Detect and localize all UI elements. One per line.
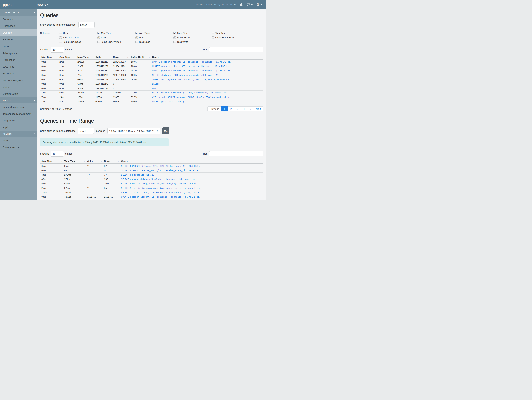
date-range-input[interactable] [107,128,160,134]
sort-icon[interactable] [61,160,62,163]
sort-icon[interactable] [261,160,262,163]
sort-icon[interactable] [148,56,150,58]
sort-icon[interactable] [92,56,93,58]
server-selector[interactable]: server1 [37,3,48,6]
checkbox[interactable] [97,41,100,43]
column-checkbox[interactable]: Rows [135,36,173,39]
column-checkbox[interactable]: Disk Read [135,41,173,43]
entries-count-input-2[interactable] [51,151,64,157]
sort-icon[interactable] [83,160,85,163]
sidebar-item[interactable]: Databases [0,22,37,29]
sidebar-item[interactable]: Tablespace Management [0,110,37,117]
column-checkbox[interactable]: Avg. Time [135,32,173,34]
notifications-button[interactable] [240,3,243,6]
entries-count-input[interactable] [51,47,64,52]
col-header-rows[interactable]: Rows [112,55,129,60]
col-header-query[interactable]: Query [151,55,263,60]
col-header-avg-time[interactable]: Avg. Time [58,55,76,60]
checkbox[interactable] [135,41,138,43]
sort-icon[interactable] [109,56,110,58]
filter-input-2[interactable] [209,151,263,156]
query-link[interactable]: UPDATE pgbench_tellers SET tbalance = tb… [151,64,263,69]
query-link[interactable]: SELECT name, setting, COALESCE(boot_val,… [120,181,263,186]
checkbox[interactable] [173,41,176,43]
sidebar-item[interactable]: Overview [0,16,37,22]
sort-icon[interactable] [127,56,128,58]
query-link[interactable]: SELECT status, receive_start_lsn, receiv… [120,168,263,173]
checkbox[interactable] [212,36,214,39]
checkbox[interactable] [135,36,138,39]
query-link[interactable]: BEGIN [151,82,263,86]
col-header-calls[interactable]: Calls [86,159,103,164]
sort-icon[interactable] [56,56,57,58]
column-checkbox[interactable]: Local Buffer Hit % [212,36,250,39]
col-header-rows[interactable]: Rows [103,159,120,164]
time-range-database-input[interactable] [78,128,94,134]
checkbox[interactable] [173,32,176,34]
page-button[interactable]: 1 [222,106,228,111]
query-link[interactable]: SELECT pg_database_size($1) [151,99,263,104]
col-header-avg-time[interactable]: Avg. Time [40,159,63,164]
page-button[interactable]: Next [254,106,263,111]
sidebar-item[interactable]: Diagnostics [0,117,37,124]
column-checkbox[interactable]: Total Time [212,32,250,34]
sort-icon[interactable] [101,160,101,163]
sidebar-item[interactable]: WAL Files [0,63,37,70]
sidebar-item[interactable]: ALERTS [0,131,37,137]
sort-icon[interactable] [74,56,75,58]
checkbox[interactable] [173,36,176,39]
query-link[interactable]: INSERT INTO pgbench_history (tid, bid, a… [151,77,263,82]
col-header-buffer-hit[interactable]: Buffer Hit % [129,55,151,60]
sort-icon[interactable] [117,160,119,163]
sidebar-item[interactable]: DASHBOARDS [0,9,37,16]
sidebar-item[interactable]: Configuration [0,90,37,97]
page-button[interactable]: Previous [208,106,222,111]
checkbox[interactable] [59,36,62,39]
query-link[interactable]: SELECT archived_count, COALESCE(last_arc… [120,190,263,195]
checkbox[interactable] [135,32,138,34]
checkbox[interactable] [212,32,214,34]
query-link[interactable]: SELECT COALESCE(datname, $2), COALESCE(u… [120,164,263,168]
query-link[interactable]: SELECT pg_table_size($1) [120,199,263,200]
sidebar-item[interactable]: TOOLS [0,97,37,103]
sidebar-item[interactable]: Roles [0,84,37,90]
settings-menu-button[interactable]: ⚙ [256,3,262,7]
checkbox[interactable] [97,36,100,39]
page-button[interactable]: 2 [228,106,234,111]
column-checkbox[interactable]: Buffer Hit % [173,36,212,39]
sidebar-item[interactable]: Replication [0,57,37,63]
column-checkbox[interactable]: Temp Blks. Read [59,41,97,43]
col-header-max-time[interactable]: Max. Time [76,55,94,60]
col-header-total-time[interactable]: Total Time [63,159,86,164]
sidebar-item[interactable]: Change Alerts [0,144,37,151]
database-input[interactable] [78,22,95,28]
query-link[interactable]: UPDATE pgbench_accounts SET abalance = a… [120,195,263,199]
query-link[interactable]: SELECT abalance FROM pgbench_accounts WH… [151,73,263,77]
sidebar-item[interactable]: Backends [0,36,37,43]
column-checkbox[interactable]: User [59,32,97,34]
page-button[interactable]: 4 [241,106,247,111]
query-link[interactable]: WITH pc AS (SELECT pubname, COUNT(*) AS … [151,95,263,99]
sidebar-item[interactable]: Top k [0,124,37,131]
sidebar-item[interactable]: Queries [0,29,37,36]
column-checkbox[interactable]: Temp Blks. Written [97,41,135,43]
checkbox[interactable] [59,41,62,43]
sidebar-item[interactable]: Index Management [0,103,37,110]
column-checkbox[interactable]: Std. Dev. Time [59,36,97,39]
column-checkbox[interactable]: Max. Time [173,32,212,34]
checkbox[interactable] [97,32,100,34]
sort-icon[interactable] [261,56,262,58]
sidebar-item[interactable]: Locks [0,43,37,50]
query-link[interactable]: SELECT current_database() AS db, scheman… [151,91,263,95]
query-link[interactable]: SELECT S.relid, S.schemaname, S.relname,… [120,186,263,190]
charts-menu-button[interactable] [247,3,253,6]
query-link[interactable]: END [151,86,263,91]
sidebar-item[interactable]: Vacuum Progress [0,77,37,84]
column-checkbox[interactable]: Calls [97,36,135,39]
query-link[interactable]: SELECT pg_database_size($1) [120,173,263,177]
col-header-min-time[interactable]: Min. Time [40,55,58,60]
page-button[interactable]: 3 [234,106,241,111]
checkbox[interactable] [59,32,62,34]
query-link[interactable]: SELECT current_database() AS db, scheman… [120,177,263,181]
sidebar-item[interactable]: Alerts [0,137,37,144]
